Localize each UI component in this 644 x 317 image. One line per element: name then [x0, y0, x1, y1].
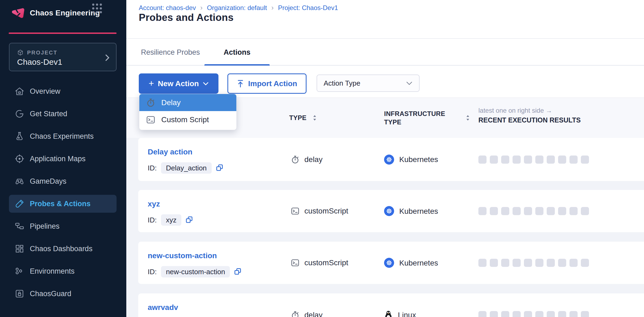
chevron-down-icon: [406, 81, 413, 85]
recent-execution-results: [478, 156, 589, 164]
action-type-select[interactable]: Action Type: [317, 75, 420, 92]
actions-table: TYPE INFRASTRUCTURE TYPE latest one on r…: [126, 98, 644, 317]
type-value: delay: [304, 155, 323, 164]
recent-results-hint: latest one on right side →: [478, 107, 552, 114]
execution-result-placeholder: [490, 311, 498, 317]
infrastructure-cell: ☸ Kubernetes: [384, 258, 438, 268]
execution-result-placeholder: [581, 207, 589, 215]
column-header-infrastructure-type[interactable]: INFRASTRUCTURE TYPE: [384, 109, 457, 126]
sort-icon[interactable]: [313, 115, 317, 121]
sidebar-item-label: Get Started: [30, 110, 67, 118]
action-id-row: ID: Delay_action: [148, 162, 224, 174]
tab-actions[interactable]: Actions: [204, 39, 270, 66]
execution-result-placeholder: [558, 259, 566, 267]
action-name-link[interactable]: xyz: [148, 200, 160, 208]
sidebar-item-chaos-experiments[interactable]: Chaos Experiments: [9, 127, 117, 145]
linux-icon: [384, 310, 393, 317]
execution-result-placeholder: [547, 259, 555, 267]
project-name: Chaos-Dev1: [17, 57, 62, 67]
execution-result-placeholder: [581, 259, 589, 267]
menu-item-label: Custom Script: [161, 115, 209, 124]
execution-result-placeholder: [478, 156, 487, 164]
execution-result-placeholder: [501, 207, 509, 215]
execution-result-placeholder: [513, 259, 521, 267]
execution-result-placeholder: [513, 207, 521, 215]
action-id-badge: xyz: [161, 214, 181, 226]
sort-icon[interactable]: [466, 115, 470, 121]
chaos-engineering-logo-icon: [10, 6, 24, 20]
import-action-button[interactable]: Import Action: [227, 73, 307, 94]
type-cell: delay: [291, 310, 323, 317]
sidebar-item-get-started[interactable]: Get Started: [9, 105, 117, 123]
sidebar-header: Chaos Engineering: [10, 5, 118, 21]
breadcrumb: Account: chaos-dev › Organization: defau…: [139, 4, 338, 12]
execution-result-placeholder: [547, 207, 555, 215]
menu-item-delay[interactable]: Delay: [139, 94, 236, 111]
infrastructure-value: Kubernetes: [399, 258, 438, 267]
terminal-icon: [146, 115, 156, 125]
sidebar-item-application-maps[interactable]: Application Maps: [9, 150, 117, 168]
id-label: ID:: [148, 216, 157, 224]
cube-icon: [17, 49, 24, 56]
infrastructure-cell: Linux: [384, 310, 416, 317]
execution-result-placeholder: [569, 207, 578, 215]
copy-icon[interactable]: [234, 268, 242, 276]
tab-bar: Resilience Probes Actions: [126, 39, 644, 66]
infrastructure-value: Linux: [398, 311, 416, 317]
action-name-link[interactable]: new-custom-action: [148, 251, 217, 260]
copy-icon[interactable]: [215, 164, 224, 172]
table-row: new-custom-action ID: new-custom-action …: [138, 242, 644, 284]
sidebar-item-environments[interactable]: Environments: [9, 262, 117, 280]
main-content: Account: chaos-dev › Organization: defau…: [126, 0, 644, 317]
action-id-badge: new-custom-action: [161, 266, 230, 277]
id-label: ID:: [148, 164, 157, 172]
sidebar-item-chaos-dashboards[interactable]: Chaos Dashboards: [9, 240, 117, 258]
pipelines-icon: [14, 221, 25, 231]
execution-result-placeholder: [535, 207, 543, 215]
sidebar: Chaos Engineering PROJECT Chaos-Dev1 Ove…: [0, 0, 126, 317]
project-selector[interactable]: PROJECT Chaos-Dev1: [9, 43, 117, 71]
action-name-link[interactable]: awrvadv: [148, 303, 178, 312]
infrastructure-cell: ☸ Kubernetes: [384, 154, 438, 164]
execution-result-placeholder: [558, 207, 566, 215]
target-icon: [14, 154, 25, 164]
app-switcher-grid-icon[interactable]: [92, 4, 102, 13]
stopwatch-icon: [146, 98, 156, 108]
recent-execution-results: [478, 311, 589, 317]
tab-resilience-probes[interactable]: Resilience Probes: [141, 39, 200, 66]
probe-icon: [14, 199, 25, 209]
sidebar-item-label: Environments: [30, 267, 75, 276]
breadcrumb-organization-link[interactable]: Organization: default: [207, 4, 267, 12]
sidebar-item-probes-actions[interactable]: Probes & Actions: [9, 195, 117, 213]
gamepad-icon: [14, 176, 25, 186]
execution-result-placeholder: [535, 311, 543, 317]
environments-icon: [14, 266, 25, 276]
id-label: ID:: [148, 268, 157, 276]
sidebar-item-gamedays[interactable]: GameDays: [9, 172, 117, 190]
column-header-type[interactable]: TYPE: [289, 114, 307, 122]
kubernetes-icon: ☸: [384, 206, 394, 216]
sidebar-item-overview[interactable]: Overview: [9, 82, 117, 100]
project-label: PROJECT: [27, 50, 57, 56]
sidebar-item-label: GameDays: [30, 177, 66, 186]
app-window: Chaos Engineering PROJECT Chaos-Dev1 Ove…: [0, 0, 644, 317]
page-title: Probes and Actions: [139, 12, 234, 23]
stopwatch-icon: [291, 310, 300, 317]
menu-item-custom-script[interactable]: Custom Script: [139, 111, 236, 128]
new-action-button[interactable]: + New Action: [139, 73, 218, 94]
breadcrumb-project-link[interactable]: Project: Chaos-Dev1: [278, 4, 338, 12]
import-action-label: Import Action: [248, 79, 297, 88]
action-id-row: ID: new-custom-action: [148, 266, 242, 277]
execution-result-placeholder: [581, 156, 589, 164]
sidebar-item-pipelines[interactable]: Pipelines: [9, 217, 117, 235]
new-action-dropdown-menu: Delay Custom Script: [139, 94, 237, 130]
terminal-icon: [291, 206, 300, 216]
action-type-select-value: Action Type: [324, 79, 406, 88]
action-name-link[interactable]: Delay action: [148, 148, 192, 156]
sidebar-item-chaosguard[interactable]: ChaosGuard: [9, 285, 117, 303]
upload-icon: [237, 80, 244, 88]
execution-result-placeholder: [490, 259, 498, 267]
copy-icon[interactable]: [185, 216, 193, 224]
breadcrumb-separator-icon: ›: [200, 4, 203, 12]
breadcrumb-account-link[interactable]: Account: chaos-dev: [139, 4, 196, 12]
